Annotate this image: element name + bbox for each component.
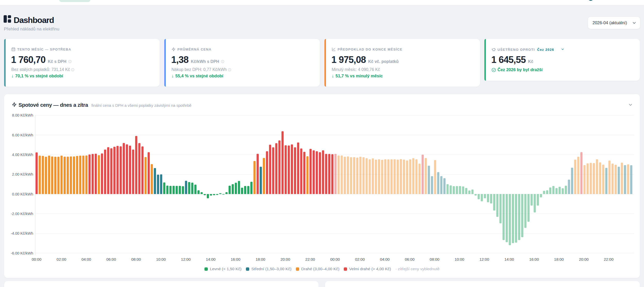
svg-text:4.00 Kč/kWh: 4.00 Kč/kWh	[12, 153, 33, 157]
svg-text:00:00: 00:00	[330, 257, 340, 261]
svg-text:-6.00 Kč/kWh: -6.00 Kč/kWh	[11, 251, 33, 255]
svg-text:16:00: 16:00	[231, 257, 241, 261]
svg-text:-2.00 Kč/kWh: -2.00 Kč/kWh	[11, 212, 33, 216]
svg-text:04:00: 04:00	[380, 257, 390, 261]
svg-text:06:00: 06:00	[405, 257, 415, 261]
svg-text:0.00 Kč/kWh: 0.00 Kč/kWh	[12, 192, 33, 196]
svg-text:-4.00 Kč/kWh: -4.00 Kč/kWh	[11, 231, 33, 235]
svg-text:6.00 Kč/kWh: 6.00 Kč/kWh	[12, 133, 33, 137]
svg-text:08:00: 08:00	[131, 257, 141, 261]
svg-text:14:00: 14:00	[206, 257, 216, 261]
svg-text:04:00: 04:00	[81, 257, 91, 261]
svg-text:2.00 Kč/kWh: 2.00 Kč/kWh	[12, 172, 33, 176]
svg-text:10:00: 10:00	[156, 257, 166, 261]
svg-text:16:00: 16:00	[529, 257, 539, 261]
svg-text:02:00: 02:00	[355, 257, 365, 261]
svg-text:08:00: 08:00	[430, 257, 440, 261]
svg-text:02:00: 02:00	[57, 257, 66, 261]
svg-text:14:00: 14:00	[504, 257, 514, 261]
svg-text:8.00 Kč/kWh: 8.00 Kč/kWh	[12, 113, 33, 117]
svg-text:22:00: 22:00	[604, 257, 614, 261]
svg-text:12:00: 12:00	[181, 257, 191, 261]
svg-text:20:00: 20:00	[579, 257, 589, 261]
svg-text:18:00: 18:00	[256, 257, 265, 261]
svg-text:22:00: 22:00	[305, 257, 315, 261]
svg-text:06:00: 06:00	[106, 257, 116, 261]
svg-text:12:00: 12:00	[479, 257, 489, 261]
svg-text:18:00: 18:00	[554, 257, 564, 261]
svg-text:00:00: 00:00	[32, 257, 41, 261]
svg-text:20:00: 20:00	[280, 257, 290, 261]
svg-text:10:00: 10:00	[454, 257, 464, 261]
